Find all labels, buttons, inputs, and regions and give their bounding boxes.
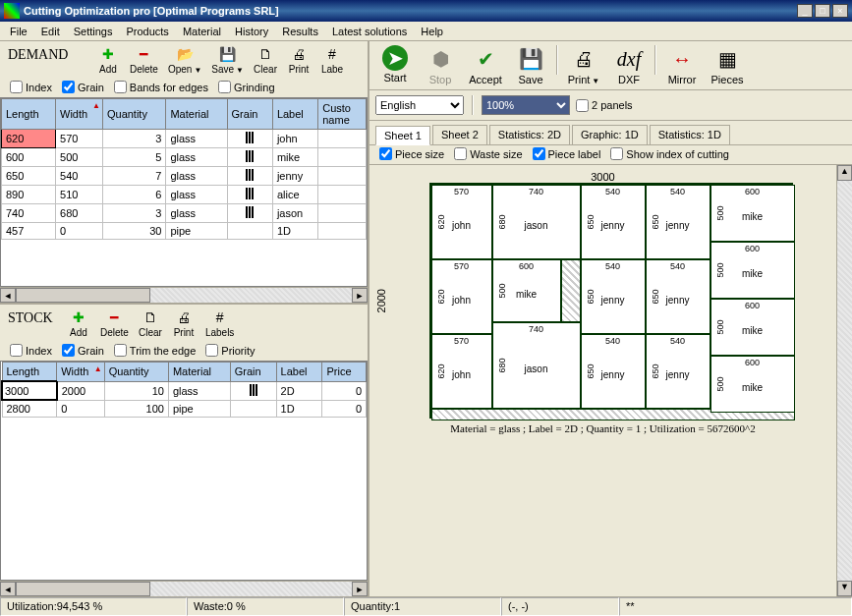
demand-open-button[interactable]: 📂Open▼	[164, 43, 205, 77]
col-width[interactable]: Width▲	[57, 363, 104, 382]
stock-priority-check[interactable]: Priority	[205, 344, 255, 357]
scroll-right-icon[interactable]: ►	[352, 582, 368, 596]
status-last: **	[619, 597, 852, 616]
table-row[interactable]: 6005005glassmike	[2, 148, 367, 167]
menu-history[interactable]: History	[229, 24, 274, 39]
menu-results[interactable]: Results	[276, 24, 324, 39]
menu-latest[interactable]: Latest solutions	[326, 24, 413, 39]
menu-products[interactable]: Products	[120, 24, 174, 39]
menu-file[interactable]: File	[4, 24, 33, 39]
result-tabs: Sheet 1 Sheet 2 Statistics: 2D Graphic: …	[369, 121, 852, 144]
col-quantity[interactable]: Quantity	[104, 363, 168, 382]
minimize-button[interactable]: _	[797, 4, 813, 18]
document-icon: 🗋	[256, 45, 274, 63]
cut-piece: 600500mike	[492, 259, 561, 322]
table-row[interactable]: 457030pipe1D	[2, 223, 367, 240]
sheet-vscroll[interactable]: ▲ ▼	[836, 165, 852, 596]
stock-add-button[interactable]: ✚Add	[63, 307, 94, 340]
menu-material[interactable]: Material	[177, 24, 227, 39]
table-row[interactable]: 28000100pipe1D0	[2, 400, 367, 418]
scroll-left-icon[interactable]: ◄	[0, 582, 16, 596]
scroll-down-icon[interactable]: ▼	[837, 581, 852, 596]
col-customer[interactable]: Custo name	[318, 99, 367, 130]
piece-size-check[interactable]: Piece size	[379, 147, 444, 160]
stock-print-button[interactable]: 🖨Print	[168, 307, 199, 340]
stock-delete-button[interactable]: ━Delete	[96, 307, 133, 340]
col-label[interactable]: Label	[272, 99, 317, 130]
demand-labels-button[interactable]: #Labe	[316, 43, 348, 77]
col-grain[interactable]: Grain	[230, 363, 276, 382]
print-result-button[interactable]: 🖨Print▼	[562, 43, 605, 87]
demand-print-button[interactable]: 🖨Print	[283, 43, 314, 77]
demand-grid[interactable]: Length Width▲ Quantity Material Grain La…	[0, 97, 368, 287]
demand-bands-check[interactable]: Bands for edges	[114, 81, 208, 93]
table-row[interactable]: 7406803glassjason	[2, 204, 367, 223]
tab-sheet2[interactable]: Sheet 2	[432, 125, 487, 144]
col-material[interactable]: Material	[168, 363, 230, 382]
stock-title: STOCK	[0, 305, 59, 328]
accept-button[interactable]: ✔Accept	[464, 43, 507, 87]
col-grain[interactable]: Grain	[227, 99, 272, 130]
save-result-button[interactable]: 💾Save	[509, 43, 552, 87]
col-material[interactable]: Material	[166, 99, 227, 130]
col-width[interactable]: Width▲	[56, 99, 103, 130]
col-length[interactable]: Length	[2, 99, 56, 130]
col-quantity[interactable]: Quantity	[102, 99, 165, 130]
status-utilization: Utilization:94,543 %	[0, 597, 187, 616]
col-length[interactable]: Length	[2, 363, 57, 382]
waste-piece	[561, 259, 581, 322]
col-label[interactable]: Label	[276, 363, 322, 382]
stock-hscroll[interactable]: ◄ ►	[0, 581, 368, 596]
tab-sheet1[interactable]: Sheet 1	[375, 126, 430, 145]
menu-settings[interactable]: Settings	[68, 24, 119, 39]
demand-delete-button[interactable]: ━Delete	[126, 43, 162, 77]
table-row[interactable]: 8905106glassalice	[2, 186, 367, 204]
demand-hscroll[interactable]: ◄ ►	[0, 287, 368, 303]
stop-button[interactable]: ⬢Stop	[419, 43, 462, 87]
tab-stat2d[interactable]: Statistics: 2D	[489, 125, 570, 144]
minus-icon: ━	[105, 308, 123, 326]
stock-trim-check[interactable]: Trim the edge	[114, 344, 196, 357]
tab-graphic1d[interactable]: Graphic: 1D	[572, 125, 648, 144]
pieces-button[interactable]: ▦Pieces	[706, 43, 749, 87]
close-button[interactable]: ×	[832, 4, 848, 18]
waste-size-check[interactable]: Waste size	[454, 147, 522, 160]
demand-save-button[interactable]: 💾Save▼	[207, 43, 248, 77]
mirror-button[interactable]: ↔Mirror	[660, 43, 704, 87]
demand-clear-button[interactable]: 🗋Clear	[250, 43, 281, 77]
demand-index-check[interactable]: Index	[10, 81, 52, 93]
sheet-height-label: 2000	[375, 289, 387, 312]
maximize-button[interactable]: □	[815, 4, 830, 18]
menu-edit[interactable]: Edit	[35, 24, 66, 39]
sort-up-icon: ▲	[92, 101, 100, 110]
table-row[interactable]: 3000200010glass2D0	[2, 381, 367, 400]
folder-open-icon: 📂	[176, 45, 194, 63]
cut-piece: 600500mike	[710, 185, 795, 242]
cut-piece: 570620john	[431, 334, 492, 409]
stock-labels-button[interactable]: #Labels	[201, 307, 238, 340]
scroll-right-icon[interactable]: ►	[352, 288, 368, 303]
demand-grain-check[interactable]: Grain	[62, 81, 104, 93]
piece-label-check[interactable]: Piece label	[533, 147, 601, 160]
status-quantity: Quantity:1	[344, 597, 501, 616]
start-button[interactable]: ➤Start	[373, 43, 417, 85]
stock-grid[interactable]: Length Width▲ Quantity Material Grain La…	[0, 361, 368, 581]
scroll-left-icon[interactable]: ◄	[0, 288, 16, 303]
demand-add-button[interactable]: ✚Add	[92, 43, 124, 77]
stock-index-check[interactable]: Index	[10, 344, 52, 357]
col-price[interactable]: Price	[322, 363, 367, 382]
scroll-up-icon[interactable]: ▲	[837, 165, 852, 181]
mirror-icon: ↔	[668, 45, 696, 73]
demand-grinding-check[interactable]: Grinding	[218, 81, 275, 93]
tab-stat1d[interactable]: Statistics: 1D	[650, 125, 730, 144]
table-row[interactable]: 6505407glassjenny	[2, 167, 367, 186]
table-row[interactable]: 6205703glassjohn	[2, 130, 367, 148]
stock-grain-check[interactable]: Grain	[62, 344, 104, 357]
dxf-button[interactable]: dxfDXF	[607, 43, 651, 87]
show-index-check[interactable]: Show index of cutting	[610, 147, 729, 160]
stock-clear-button[interactable]: 🗋Clear	[135, 307, 166, 340]
two-panels-check[interactable]: 2 panels	[576, 99, 633, 112]
menu-help[interactable]: Help	[415, 24, 449, 39]
zoom-select[interactable]: 100%	[482, 95, 570, 115]
language-select[interactable]: English	[375, 95, 464, 115]
